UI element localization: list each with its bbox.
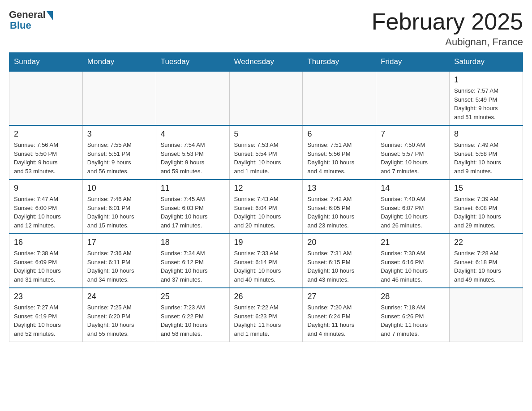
title-block: February 2025 Aubignan, France bbox=[372, 9, 523, 48]
calendar-cell: 1Sunrise: 7:57 AM Sunset: 5:49 PM Daylig… bbox=[450, 71, 523, 125]
day-info: Sunrise: 7:18 AM Sunset: 6:26 PM Dayligh… bbox=[381, 303, 445, 338]
day-number: 14 bbox=[381, 184, 445, 193]
day-number: 18 bbox=[161, 238, 225, 247]
logo-general-text: General bbox=[9, 9, 46, 21]
day-number: 24 bbox=[87, 292, 151, 301]
calendar-cell: 7Sunrise: 7:50 AM Sunset: 5:57 PM Daylig… bbox=[376, 125, 450, 180]
day-number: 1 bbox=[454, 75, 518, 85]
day-number: 26 bbox=[234, 292, 298, 301]
day-info: Sunrise: 7:57 AM Sunset: 5:49 PM Dayligh… bbox=[454, 86, 518, 121]
calendar-cell: 19Sunrise: 7:33 AM Sunset: 6:14 PM Dayli… bbox=[229, 234, 303, 288]
logo: General Blue bbox=[9, 9, 53, 31]
logo-blue-text: Blue bbox=[10, 20, 31, 31]
day-info: Sunrise: 7:25 AM Sunset: 6:20 PM Dayligh… bbox=[87, 303, 151, 338]
calendar-cell: 17Sunrise: 7:36 AM Sunset: 6:11 PM Dayli… bbox=[82, 234, 156, 288]
logo-triangle-icon bbox=[47, 11, 53, 20]
calendar-cell: 24Sunrise: 7:25 AM Sunset: 6:20 PM Dayli… bbox=[82, 288, 156, 342]
day-number: 20 bbox=[307, 238, 371, 247]
weekday-header-row: SundayMondayTuesdayWednesdayThursdayFrid… bbox=[9, 53, 523, 72]
calendar-cell: 23Sunrise: 7:27 AM Sunset: 6:19 PM Dayli… bbox=[9, 288, 83, 342]
week-row-4: 16Sunrise: 7:38 AM Sunset: 6:09 PM Dayli… bbox=[9, 234, 523, 288]
day-info: Sunrise: 7:23 AM Sunset: 6:22 PM Dayligh… bbox=[161, 303, 225, 338]
week-row-3: 9Sunrise: 7:47 AM Sunset: 6:00 PM Daylig… bbox=[9, 180, 523, 234]
day-info: Sunrise: 7:40 AM Sunset: 6:07 PM Dayligh… bbox=[381, 195, 445, 230]
calendar-cell: 26Sunrise: 7:22 AM Sunset: 6:23 PM Dayli… bbox=[229, 288, 303, 342]
weekday-header-tuesday: Tuesday bbox=[156, 53, 229, 72]
day-number: 23 bbox=[14, 292, 78, 301]
day-info: Sunrise: 7:36 AM Sunset: 6:11 PM Dayligh… bbox=[87, 249, 151, 284]
calendar-cell: 18Sunrise: 7:34 AM Sunset: 6:12 PM Dayli… bbox=[156, 234, 229, 288]
calendar-cell bbox=[229, 71, 303, 125]
calendar-cell: 3Sunrise: 7:55 AM Sunset: 5:51 PM Daylig… bbox=[82, 125, 156, 180]
location: Aubignan, France bbox=[372, 36, 523, 48]
calendar-cell: 10Sunrise: 7:46 AM Sunset: 6:01 PM Dayli… bbox=[82, 180, 156, 234]
calendar-cell bbox=[376, 71, 450, 125]
day-number: 10 bbox=[87, 184, 151, 193]
day-info: Sunrise: 7:30 AM Sunset: 6:16 PM Dayligh… bbox=[381, 249, 445, 284]
day-info: Sunrise: 7:56 AM Sunset: 5:50 PM Dayligh… bbox=[14, 141, 78, 176]
day-number: 6 bbox=[307, 129, 371, 139]
day-info: Sunrise: 7:50 AM Sunset: 5:57 PM Dayligh… bbox=[381, 141, 445, 176]
calendar-cell bbox=[9, 71, 83, 125]
day-info: Sunrise: 7:43 AM Sunset: 6:04 PM Dayligh… bbox=[234, 195, 298, 230]
weekday-header-monday: Monday bbox=[82, 53, 156, 72]
calendar-table: SundayMondayTuesdayWednesdayThursdayFrid… bbox=[9, 52, 523, 342]
calendar-cell: 20Sunrise: 7:31 AM Sunset: 6:15 PM Dayli… bbox=[303, 234, 376, 288]
day-number: 16 bbox=[14, 238, 78, 247]
calendar-cell: 4Sunrise: 7:54 AM Sunset: 5:53 PM Daylig… bbox=[156, 125, 229, 180]
day-number: 5 bbox=[234, 129, 298, 139]
day-info: Sunrise: 7:20 AM Sunset: 6:24 PM Dayligh… bbox=[307, 303, 371, 338]
day-info: Sunrise: 7:27 AM Sunset: 6:19 PM Dayligh… bbox=[14, 303, 78, 338]
week-row-2: 2Sunrise: 7:56 AM Sunset: 5:50 PM Daylig… bbox=[9, 125, 523, 180]
calendar-cell bbox=[156, 71, 229, 125]
day-number: 13 bbox=[307, 184, 371, 193]
day-info: Sunrise: 7:47 AM Sunset: 6:00 PM Dayligh… bbox=[14, 195, 78, 230]
calendar-cell: 2Sunrise: 7:56 AM Sunset: 5:50 PM Daylig… bbox=[9, 125, 83, 180]
calendar-cell bbox=[82, 71, 156, 125]
day-info: Sunrise: 7:34 AM Sunset: 6:12 PM Dayligh… bbox=[161, 249, 225, 284]
day-number: 28 bbox=[381, 292, 445, 301]
day-info: Sunrise: 7:22 AM Sunset: 6:23 PM Dayligh… bbox=[234, 303, 298, 338]
calendar-cell: 14Sunrise: 7:40 AM Sunset: 6:07 PM Dayli… bbox=[376, 180, 450, 234]
day-number: 11 bbox=[161, 184, 225, 193]
day-info: Sunrise: 7:45 AM Sunset: 6:03 PM Dayligh… bbox=[161, 195, 225, 230]
day-info: Sunrise: 7:51 AM Sunset: 5:56 PM Dayligh… bbox=[307, 141, 371, 176]
day-number: 7 bbox=[381, 129, 445, 139]
day-info: Sunrise: 7:39 AM Sunset: 6:08 PM Dayligh… bbox=[454, 195, 518, 230]
day-info: Sunrise: 7:33 AM Sunset: 6:14 PM Dayligh… bbox=[234, 249, 298, 284]
day-number: 12 bbox=[234, 184, 298, 193]
day-info: Sunrise: 7:42 AM Sunset: 6:05 PM Dayligh… bbox=[307, 195, 371, 230]
day-number: 17 bbox=[87, 238, 151, 247]
calendar-cell: 6Sunrise: 7:51 AM Sunset: 5:56 PM Daylig… bbox=[303, 125, 376, 180]
day-number: 3 bbox=[87, 129, 151, 139]
weekday-header-wednesday: Wednesday bbox=[229, 53, 303, 72]
calendar-cell: 16Sunrise: 7:38 AM Sunset: 6:09 PM Dayli… bbox=[9, 234, 83, 288]
weekday-header-friday: Friday bbox=[376, 53, 450, 72]
day-number: 9 bbox=[14, 184, 78, 193]
day-number: 25 bbox=[161, 292, 225, 301]
calendar-cell bbox=[450, 288, 523, 342]
day-info: Sunrise: 7:28 AM Sunset: 6:18 PM Dayligh… bbox=[454, 249, 518, 284]
calendar-cell: 21Sunrise: 7:30 AM Sunset: 6:16 PM Dayli… bbox=[376, 234, 450, 288]
weekday-header-thursday: Thursday bbox=[303, 53, 376, 72]
weekday-header-saturday: Saturday bbox=[450, 53, 523, 72]
day-info: Sunrise: 7:49 AM Sunset: 5:58 PM Dayligh… bbox=[454, 141, 518, 176]
calendar-cell: 5Sunrise: 7:53 AM Sunset: 5:54 PM Daylig… bbox=[229, 125, 303, 180]
week-row-1: 1Sunrise: 7:57 AM Sunset: 5:49 PM Daylig… bbox=[9, 71, 523, 125]
calendar-cell: 25Sunrise: 7:23 AM Sunset: 6:22 PM Dayli… bbox=[156, 288, 229, 342]
month-title: February 2025 bbox=[372, 9, 523, 34]
calendar-cell: 12Sunrise: 7:43 AM Sunset: 6:04 PM Dayli… bbox=[229, 180, 303, 234]
day-number: 4 bbox=[161, 129, 225, 139]
week-row-5: 23Sunrise: 7:27 AM Sunset: 6:19 PM Dayli… bbox=[9, 288, 523, 342]
weekday-header-sunday: Sunday bbox=[9, 53, 83, 72]
day-info: Sunrise: 7:31 AM Sunset: 6:15 PM Dayligh… bbox=[307, 249, 371, 284]
calendar-cell: 27Sunrise: 7:20 AM Sunset: 6:24 PM Dayli… bbox=[303, 288, 376, 342]
calendar-cell bbox=[303, 71, 376, 125]
day-number: 8 bbox=[454, 129, 518, 139]
calendar-cell: 15Sunrise: 7:39 AM Sunset: 6:08 PM Dayli… bbox=[450, 180, 523, 234]
day-info: Sunrise: 7:53 AM Sunset: 5:54 PM Dayligh… bbox=[234, 141, 298, 176]
calendar-cell: 9Sunrise: 7:47 AM Sunset: 6:00 PM Daylig… bbox=[9, 180, 83, 234]
calendar-cell: 22Sunrise: 7:28 AM Sunset: 6:18 PM Dayli… bbox=[450, 234, 523, 288]
day-info: Sunrise: 7:54 AM Sunset: 5:53 PM Dayligh… bbox=[161, 141, 225, 176]
day-info: Sunrise: 7:46 AM Sunset: 6:01 PM Dayligh… bbox=[87, 195, 151, 230]
